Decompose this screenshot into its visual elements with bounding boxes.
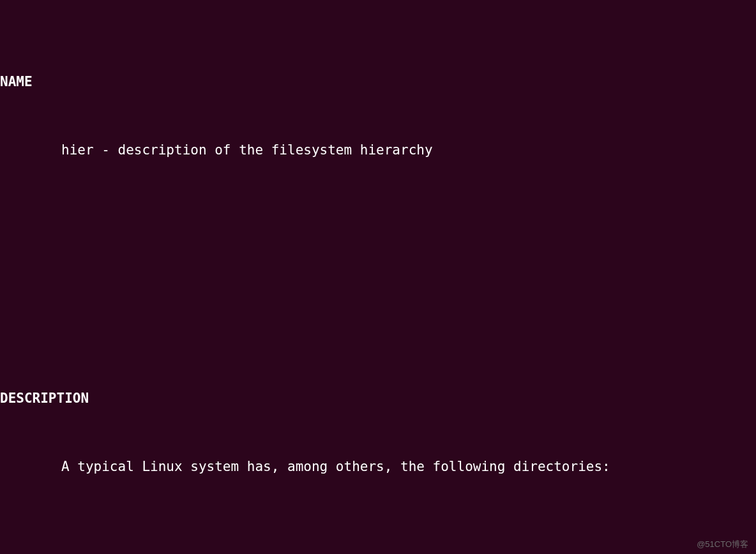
watermark: @51CTO博客: [697, 537, 748, 551]
section-header-name: NAME: [0, 68, 756, 94]
description-intro: A typical Linux system has, among others…: [0, 456, 756, 479]
spacer: [0, 297, 756, 319]
name-line: hier - description of the filesystem hie…: [0, 139, 756, 162]
section-header-description: DESCRIPTION: [0, 387, 756, 410]
man-page: NAME hier - description of the filesyste…: [0, 0, 756, 554]
spacer: [0, 230, 756, 252]
